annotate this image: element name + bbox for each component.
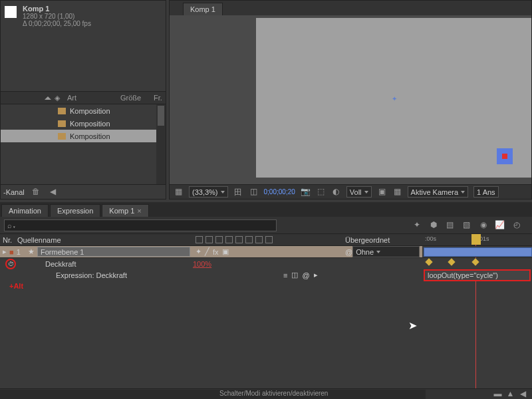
grid2-icon[interactable]: ▦ — [392, 187, 402, 197]
size-column-header[interactable]: Größe — [116, 94, 150, 102]
expr-pickwhip-icon[interactable]: @ — [302, 271, 309, 279]
expr-graph-icon[interactable]: ◫ — [291, 271, 298, 279]
draft3d-icon[interactable]: ⬢ — [428, 220, 438, 230]
trash-icon[interactable]: 🗑 — [31, 187, 41, 197]
ruler-tick: :00s — [425, 234, 436, 245]
close-icon[interactable]: × — [137, 207, 141, 215]
keyframe-track[interactable] — [422, 258, 532, 269]
motion-blur-icon[interactable]: ▧ — [462, 220, 471, 230]
camera-dropdown[interactable]: Aktive Kamera — [408, 186, 469, 198]
comp-thumbnail[interactable] — [5, 6, 17, 18]
zoom-dropdown[interactable]: (33,3%) — [189, 186, 228, 198]
property-name[interactable]: Deckkraft — [45, 260, 76, 268]
region-icon[interactable]: ⬚ — [316, 187, 326, 197]
project-item-row[interactable]: Komposition — [1, 117, 156, 130]
horizontal-scrollbar[interactable] — [0, 390, 426, 399]
project-scrollbar[interactable] — [156, 104, 166, 184]
chevron-down-icon — [221, 191, 225, 194]
keyframe-icon[interactable] — [471, 258, 479, 265]
switch-icon[interactable]: ✦ — [196, 247, 201, 256]
timeline-tab[interactable]: Expression — [50, 204, 100, 217]
item-type: Komposition — [70, 132, 110, 140]
stopwatch-icon[interactable]: ⏱ — [5, 259, 16, 269]
viewer-canvas-area[interactable]: ✦ — [170, 15, 531, 184]
comp-duration: Δ 0;00;20;00, 25,00 fps — [23, 20, 91, 27]
expression-code: loopOut(type="cycle") — [428, 271, 498, 279]
switch-icon[interactable] — [215, 236, 223, 243]
composition-viewer: Komp 1 ✦ ▦ (33,3%) 田 ◫ 0;00;00;20 📷 ⬚ ◐ … — [169, 0, 532, 200]
time-ruler[interactable]: :00s 01s — [422, 234, 532, 245]
chevron-down-icon — [364, 191, 368, 194]
switch-icon[interactable] — [255, 236, 263, 243]
grid-icon[interactable]: 田 — [233, 187, 243, 197]
prev-icon[interactable]: ◀ — [48, 187, 58, 197]
switch-icon[interactable]: ╱ — [205, 247, 209, 256]
type-column-header[interactable]: Art — [63, 94, 116, 102]
views-dropdown[interactable]: 1 Ans — [473, 186, 499, 198]
switch-icon[interactable] — [225, 236, 233, 243]
scrollbar-thumb[interactable] — [158, 106, 164, 126]
current-timecode[interactable]: 0;00;00;20 — [264, 188, 295, 196]
comp-info: Komp 1 1280 x 720 (1,00) Δ 0;00;20;00, 2… — [1, 1, 166, 31]
shape-layer-object[interactable] — [497, 148, 513, 164]
frame-blend-icon[interactable]: ▤ — [445, 220, 455, 230]
switch-icon[interactable]: ▣ — [222, 247, 229, 256]
switch-icon[interactable] — [196, 236, 203, 243]
timeline-column-header: Nr. Quellenname Übergeordnet :00s 01s — [0, 234, 532, 246]
timeline-tab[interactable]: Komp 1× — [102, 204, 148, 217]
camera-icon[interactable]: 📷 — [301, 187, 311, 197]
brainstorm-icon[interactable]: ◉ — [478, 220, 488, 230]
comp-dimensions: 1280 x 720 (1,00) — [23, 13, 91, 20]
switch-icon[interactable] — [205, 236, 213, 243]
ruler-tick: 01s — [479, 234, 489, 245]
layer-duration-bar[interactable] — [424, 247, 532, 257]
property-value[interactable]: 100 — [193, 260, 205, 268]
item-type: Komposition — [70, 107, 110, 115]
sort-column[interactable] — [3, 96, 51, 100]
keyframe-icon[interactable] — [425, 258, 432, 265]
viewer-toolbar: ▦ (33,3%) 田 ◫ 0;00;00;20 📷 ⬚ ◐ Voll ▣ ▦ … — [170, 184, 531, 199]
parent-dropdown[interactable]: Ohne — [352, 246, 420, 257]
transparency-icon[interactable]: ◐ — [331, 187, 341, 197]
zoom-in-icon[interactable]: ▲ — [505, 389, 515, 399]
tab-label: Animation — [9, 207, 41, 215]
snapshot-icon[interactable]: ▦ — [174, 187, 184, 197]
switch-icon[interactable] — [245, 236, 253, 243]
label-icon[interactable]: ◈ — [51, 94, 63, 102]
pickwhip-icon[interactable]: @ — [345, 248, 352, 256]
layer-name: Formebene 1 — [41, 248, 84, 256]
search-input[interactable]: ⌕▾ — [4, 219, 277, 231]
resolution-dropdown[interactable]: Voll — [346, 186, 372, 198]
expression-label[interactable]: Expression: Deckkraft — [56, 271, 127, 279]
switch-icon[interactable] — [235, 236, 243, 243]
layer-row[interactable]: ▸■1 ★Formebene 1 ✦╱fx▣ @Ohne — [0, 246, 532, 258]
roi-icon[interactable]: ▣ — [377, 187, 387, 197]
zoom-out-icon[interactable]: ▬ — [493, 389, 503, 399]
status-text: Schalter/Modi aktivieren/deaktivieren — [219, 390, 328, 397]
nav-prev-icon[interactable]: ◀ — [518, 389, 528, 399]
keyframe-icon[interactable] — [448, 258, 455, 265]
switch-icon[interactable] — [265, 236, 273, 243]
composition-icon — [58, 133, 66, 140]
expr-enable-icon[interactable]: ≡ — [283, 271, 287, 279]
views-value: 1 Ans — [477, 188, 495, 196]
project-item-row[interactable]: Komposition — [1, 104, 156, 117]
shy-icon[interactable]: ✦ — [412, 220, 422, 230]
current-time-indicator[interactable] — [471, 234, 481, 245]
fps-column-header[interactable]: Fr. — [150, 94, 163, 102]
timeline-tab[interactable]: Animation — [1, 204, 49, 217]
mask-icon[interactable]: ◫ — [249, 187, 259, 197]
render-icon[interactable]: ◴ — [511, 220, 521, 230]
project-item-row[interactable]: Komposition — [1, 130, 156, 142]
source-header[interactable]: Quellenname — [17, 236, 61, 244]
graph-editor-icon[interactable]: 📈 — [495, 220, 505, 230]
resolution-value: Voll — [350, 188, 362, 196]
switch-icon[interactable]: fx — [213, 248, 219, 256]
twirl-icon[interactable]: ▸ — [3, 247, 7, 256]
expr-language-icon[interactable]: ▸ — [314, 271, 318, 279]
parent-header: Übergeordnet — [345, 236, 390, 244]
expression-field[interactable]: loopOut(type="cycle") — [424, 269, 531, 281]
composition-canvas[interactable]: ✦ — [256, 18, 531, 178]
viewer-tab[interactable]: Komp 1 — [183, 3, 223, 15]
layer-name-field[interactable]: Formebene 1 — [37, 247, 190, 257]
